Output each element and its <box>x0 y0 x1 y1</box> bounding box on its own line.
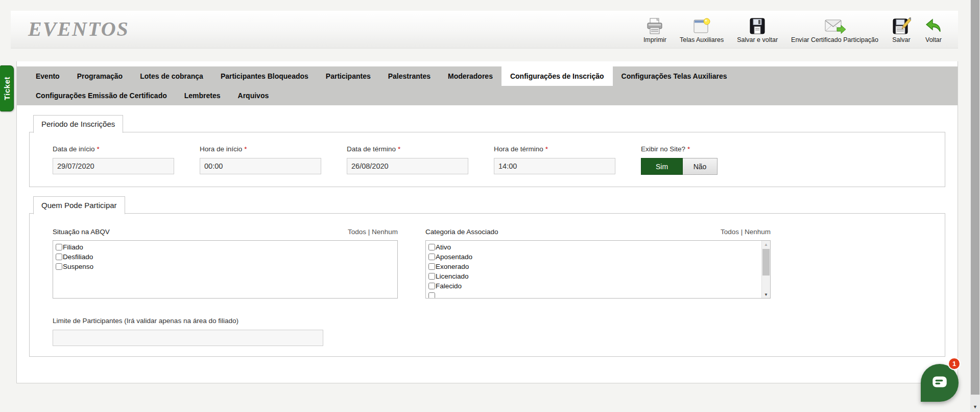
listbox-scrollbar-thumb[interactable] <box>762 249 770 276</box>
toolbar-button-imprimir[interactable]: Imprimir <box>643 14 666 43</box>
tab-evento[interactable]: Evento <box>27 66 68 86</box>
checkbox-option-ativo[interactable]: Ativo <box>428 242 761 252</box>
situacao-listbox: FiliadoDesfiliadoSuspenso <box>53 240 398 299</box>
tab-participantes-bloqueados[interactable]: Participantes Bloqueados <box>212 66 317 86</box>
tab-configuracoes-emissao-de-certificado[interactable]: Configurações Emissão de Certificado <box>27 86 176 105</box>
scroll-down-icon[interactable]: ▼ <box>970 404 980 409</box>
send-certificate-icon <box>824 14 846 35</box>
select-todos-link[interactable]: Todos <box>348 228 366 236</box>
field-input-data-de-inicio[interactable] <box>53 158 174 174</box>
checkbox[interactable] <box>428 244 435 250</box>
tab-moderadores[interactable]: Moderadores <box>439 66 501 86</box>
field-label: Data de início* <box>53 145 174 153</box>
tab-configuracoes-telas-auxiliares[interactable]: Configurações Telas Auxiliares <box>613 66 736 86</box>
checkbox-option-suspenso[interactable]: Suspenso <box>56 262 397 271</box>
tab-lotes-de-cobranca[interactable]: Lotes de cobrança <box>131 66 212 86</box>
links-separator: | <box>739 228 745 236</box>
toolbar-button-label: Salvar <box>892 36 910 43</box>
panel-legend: Quem Pode Participar <box>33 196 125 214</box>
browser-scrollbar-thumb[interactable] <box>971 0 979 395</box>
toolbar-button-label: Voltar <box>925 36 942 43</box>
field-input-hora-de-termino[interactable] <box>494 158 615 174</box>
toolbar-button-label: Telas Auxiliares <box>680 36 724 43</box>
panel-legend: Periodo de Inscrições <box>33 115 123 133</box>
chat-bubble-icon <box>930 372 949 394</box>
categoria-select-links: Todos | Nenhum <box>721 228 771 236</box>
field-input-hora-de-inicio[interactable] <box>200 158 321 174</box>
toolbar-button-enviar-certificado-participacao[interactable]: Enviar Certificado Participação <box>791 14 878 43</box>
checkbox[interactable] <box>428 254 435 260</box>
checkbox[interactable] <box>428 292 435 299</box>
categoria-listbox: AtivoAposentadoExoneradoLicenciadoFaleci… <box>425 240 771 299</box>
field-label-text: Data de início <box>53 145 95 153</box>
quem-pode-participar-panel: Quem Pode Participar Situação na ABQV To… <box>29 213 945 357</box>
checkbox[interactable] <box>56 263 62 270</box>
tab-lembretes[interactable]: Lembretes <box>176 86 229 105</box>
tab-row-1: EventoProgramaçãoLotes de cobrançaPartic… <box>17 66 958 86</box>
toolbar-button-voltar[interactable]: Voltar <box>924 14 943 43</box>
ticket-side-tab[interactable]: Ticket <box>0 65 14 111</box>
checkbox-option-aposentado[interactable]: Aposentado <box>428 252 761 262</box>
save-icon <box>892 14 911 35</box>
printer-icon <box>646 14 664 35</box>
checkbox-option-exonerado[interactable]: Exonerado <box>428 262 761 271</box>
checkbox-option-falecido[interactable]: Falecido <box>428 281 761 291</box>
ticket-side-tab-label: Ticket <box>3 77 11 100</box>
checkbox[interactable] <box>428 263 435 270</box>
field-input-data-de-termino[interactable] <box>347 158 468 174</box>
toolbar-button-salvar[interactable]: Salvar <box>892 14 911 43</box>
select-nenhum-link[interactable]: Nenhum <box>745 228 771 236</box>
form-field-hora-de-inicio: Hora de início* <box>200 145 321 175</box>
checkbox-option-label: Desfiliado <box>63 253 93 261</box>
required-asterisk: * <box>244 145 247 153</box>
checkbox-option-label: Aposentado <box>436 253 472 261</box>
required-asterisk: * <box>97 145 100 153</box>
tab-palestrantes[interactable]: Palestrantes <box>379 66 439 86</box>
tab-participantes[interactable]: Participantes <box>317 66 379 86</box>
checkbox[interactable] <box>56 254 62 260</box>
chat-widget-button[interactable]: 1 <box>921 364 959 402</box>
checkbox[interactable] <box>428 283 435 289</box>
inscricao-fields-row: Data de início*Hora de início*Data de té… <box>30 132 945 175</box>
form-field-exibir-no-site: Exibir no Site?* Sim Não <box>641 145 762 175</box>
checkbox-option-label: Licenciado <box>436 272 469 280</box>
field-label-text: Hora de início <box>200 145 242 153</box>
limite-participantes-input[interactable] <box>53 330 323 346</box>
toggle-sim-button[interactable]: Sim <box>641 158 683 175</box>
save-and-back-icon <box>748 14 767 35</box>
tab-programacao[interactable]: Programação <box>68 66 131 86</box>
select-todos-link[interactable]: Todos <box>721 228 739 236</box>
situacao-header: Situação na ABQV Todos | Nenhum <box>53 228 398 236</box>
checkbox-option-filiado[interactable]: Filiado <box>56 242 397 252</box>
situacao-options: FiliadoDesfiliadoSuspenso <box>56 242 397 271</box>
participar-columns: Situação na ABQV Todos | Nenhum FiliadoD… <box>30 214 945 299</box>
toolbar-button-salvar-e-voltar[interactable]: Salvar e voltar <box>737 14 778 43</box>
scroll-up-icon[interactable]: ▲ <box>762 241 770 248</box>
back-icon <box>924 14 943 35</box>
scroll-down-icon[interactable]: ▼ <box>762 292 770 297</box>
app-header: EVENTOS ImprimirTelas AuxiliaresSalvar e… <box>11 11 958 49</box>
tab-configuracoes-de-inscricao[interactable]: Configurações de Inscrição <box>501 66 613 86</box>
checkbox-option-licenciado[interactable]: Licenciado <box>428 271 761 281</box>
toolbar-button-telas-auxiliares[interactable]: Telas Auxiliares <box>680 14 724 43</box>
checkbox[interactable] <box>428 273 435 280</box>
browser-scrollbar[interactable]: ▼ <box>970 0 980 412</box>
tab-arquivos[interactable]: Arquivos <box>229 86 278 105</box>
required-asterisk: * <box>398 145 400 153</box>
limite-participantes-label: Limite de Participantes (Irá validar ape… <box>53 317 945 325</box>
checkbox-option-desfiliado[interactable]: Desfiliado <box>56 252 397 262</box>
listbox-scrollbar[interactable]: ▲ ▼ <box>761 241 770 298</box>
categoria-column: Categoria de Associado Todos | Nenhum At… <box>425 228 771 299</box>
categoria-header: Categoria de Associado Todos | Nenhum <box>425 228 771 236</box>
exibir-no-site-toggle: Sim Não <box>641 158 762 175</box>
checkbox-option-partial[interactable] <box>428 291 761 299</box>
field-label-text: Hora de término <box>494 145 543 153</box>
select-nenhum-link[interactable]: Nenhum <box>372 228 398 236</box>
field-label: Hora de término* <box>494 145 615 153</box>
categoria-options: AtivoAposentadoExoneradoLicenciadoFaleci… <box>428 242 761 299</box>
checkbox[interactable] <box>56 244 62 250</box>
field-label: Exibir no Site?* <box>641 145 762 153</box>
field-label-text: Data de término <box>347 145 396 153</box>
toggle-nao-button[interactable]: Não <box>683 158 718 175</box>
chat-notification-badge: 1 <box>948 357 961 370</box>
